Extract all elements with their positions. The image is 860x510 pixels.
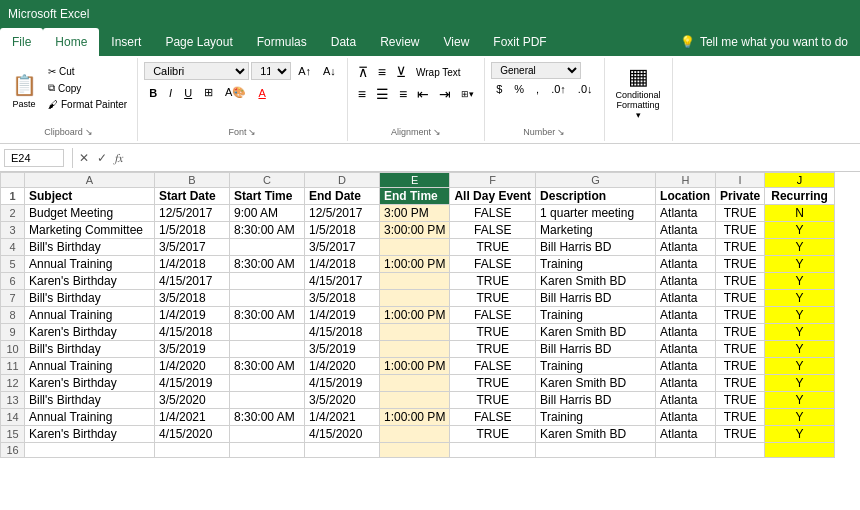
cell-e3[interactable]: 3:00:00 PM	[380, 222, 450, 239]
cell-h8[interactable]: Atlanta	[656, 307, 716, 324]
cell-e4[interactable]	[380, 239, 450, 256]
cell-a13[interactable]: Bill's Birthday	[25, 392, 155, 409]
number-format-select[interactable]: General	[491, 62, 581, 79]
cell-a14[interactable]: Annual Training	[25, 409, 155, 426]
cell-a1[interactable]: Subject	[25, 188, 155, 205]
cell-e14[interactable]: 1:00:00 PM	[380, 409, 450, 426]
cell-i7[interactable]: TRUE	[716, 290, 765, 307]
cell-c9[interactable]	[230, 324, 305, 341]
cell-g8[interactable]: Training	[536, 307, 656, 324]
cell-c2[interactable]: 9:00 AM	[230, 205, 305, 222]
cell-e15[interactable]	[380, 426, 450, 443]
cell-j1[interactable]: Recurring	[765, 188, 835, 205]
cell-b1[interactable]: Start Date	[155, 188, 230, 205]
cell-f9[interactable]: TRUE	[450, 324, 536, 341]
cell-b6[interactable]: 4/15/2017	[155, 273, 230, 290]
cell-c5[interactable]: 8:30:00 AM	[230, 256, 305, 273]
cell-i13[interactable]: TRUE	[716, 392, 765, 409]
col-header-b[interactable]: B	[155, 173, 230, 188]
cell-j7[interactable]: Y	[765, 290, 835, 307]
cell-i12[interactable]: TRUE	[716, 375, 765, 392]
cell-b4[interactable]: 3/5/2017	[155, 239, 230, 256]
cell-d15[interactable]: 4/15/2020	[305, 426, 380, 443]
cell-j8[interactable]: Y	[765, 307, 835, 324]
cell-a3[interactable]: Marketing Committee	[25, 222, 155, 239]
cell-b13[interactable]: 3/5/2020	[155, 392, 230, 409]
cell-a15[interactable]: Karen's Birthday	[25, 426, 155, 443]
cell-b15[interactable]: 4/15/2020	[155, 426, 230, 443]
cell-c3[interactable]: 8:30:00 AM	[230, 222, 305, 239]
align-center-btn[interactable]: ☰	[372, 84, 393, 104]
col-header-j[interactable]: J	[765, 173, 835, 188]
percent-btn[interactable]: %	[509, 81, 529, 97]
cell-g16[interactable]	[536, 443, 656, 458]
cell-g5[interactable]: Training	[536, 256, 656, 273]
confirm-formula-icon[interactable]: ✓	[95, 149, 109, 167]
cell-a5[interactable]: Annual Training	[25, 256, 155, 273]
indent-dec-btn[interactable]: ⇤	[413, 84, 433, 104]
font-expand-icon[interactable]: ↘	[248, 127, 256, 137]
cell-e12[interactable]	[380, 375, 450, 392]
menu-insert[interactable]: Insert	[99, 28, 153, 56]
cell-g4[interactable]: Bill Harris BD	[536, 239, 656, 256]
number-expand-icon[interactable]: ↘	[557, 127, 565, 137]
cell-i16[interactable]	[716, 443, 765, 458]
cell-a9[interactable]: Karen's Birthday	[25, 324, 155, 341]
cell-i2[interactable]: TRUE	[716, 205, 765, 222]
cell-b2[interactable]: 12/5/2017	[155, 205, 230, 222]
cell-a4[interactable]: Bill's Birthday	[25, 239, 155, 256]
align-top-btn[interactable]: ⊼	[354, 62, 372, 82]
cell-h6[interactable]: Atlanta	[656, 273, 716, 290]
cell-e10[interactable]	[380, 341, 450, 358]
cell-d3[interactable]: 1/5/2018	[305, 222, 380, 239]
cell-c11[interactable]: 8:30:00 AM	[230, 358, 305, 375]
cell-d11[interactable]: 1/4/2020	[305, 358, 380, 375]
cell-d12[interactable]: 4/15/2019	[305, 375, 380, 392]
cell-f16[interactable]	[450, 443, 536, 458]
cell-b14[interactable]: 1/4/2021	[155, 409, 230, 426]
cell-e2[interactable]: 3:00 PM	[380, 205, 450, 222]
col-header-a[interactable]: A	[25, 173, 155, 188]
cell-d14[interactable]: 1/4/2021	[305, 409, 380, 426]
cell-h15[interactable]: Atlanta	[656, 426, 716, 443]
col-header-g[interactable]: G	[536, 173, 656, 188]
col-header-d[interactable]: D	[305, 173, 380, 188]
underline-button[interactable]: U	[179, 84, 197, 101]
cell-b3[interactable]: 1/5/2018	[155, 222, 230, 239]
cell-j12[interactable]: Y	[765, 375, 835, 392]
cell-d7[interactable]: 3/5/2018	[305, 290, 380, 307]
menu-view[interactable]: View	[432, 28, 482, 56]
cell-d8[interactable]: 1/4/2019	[305, 307, 380, 324]
bold-button[interactable]: B	[144, 84, 162, 101]
col-header-c[interactable]: C	[230, 173, 305, 188]
cell-a7[interactable]: Bill's Birthday	[25, 290, 155, 307]
cell-h7[interactable]: Atlanta	[656, 290, 716, 307]
cell-g11[interactable]: Training	[536, 358, 656, 375]
cell-c12[interactable]	[230, 375, 305, 392]
cell-f8[interactable]: FALSE	[450, 307, 536, 324]
cell-h11[interactable]: Atlanta	[656, 358, 716, 375]
cell-d6[interactable]: 4/15/2017	[305, 273, 380, 290]
alignment-expand-icon[interactable]: ↘	[433, 127, 441, 137]
cell-h10[interactable]: Atlanta	[656, 341, 716, 358]
cell-j9[interactable]: Y	[765, 324, 835, 341]
menu-page-layout[interactable]: Page Layout	[153, 28, 244, 56]
cell-b11[interactable]: 1/4/2020	[155, 358, 230, 375]
cell-f12[interactable]: TRUE	[450, 375, 536, 392]
cell-e8[interactable]: 1:00:00 PM	[380, 307, 450, 324]
cell-b7[interactable]: 3/5/2018	[155, 290, 230, 307]
cell-d13[interactable]: 3/5/2020	[305, 392, 380, 409]
cell-d9[interactable]: 4/15/2018	[305, 324, 380, 341]
cancel-formula-icon[interactable]: ✕	[77, 149, 91, 167]
cell-f10[interactable]: TRUE	[450, 341, 536, 358]
cell-e9[interactable]	[380, 324, 450, 341]
cell-j14[interactable]: Y	[765, 409, 835, 426]
cell-g14[interactable]: Training	[536, 409, 656, 426]
cell-g3[interactable]: Marketing	[536, 222, 656, 239]
cell-j3[interactable]: Y	[765, 222, 835, 239]
cell-c10[interactable]	[230, 341, 305, 358]
currency-btn[interactable]: $	[491, 81, 507, 97]
cell-i4[interactable]: TRUE	[716, 239, 765, 256]
cell-j2[interactable]: N	[765, 205, 835, 222]
cell-j6[interactable]: Y	[765, 273, 835, 290]
